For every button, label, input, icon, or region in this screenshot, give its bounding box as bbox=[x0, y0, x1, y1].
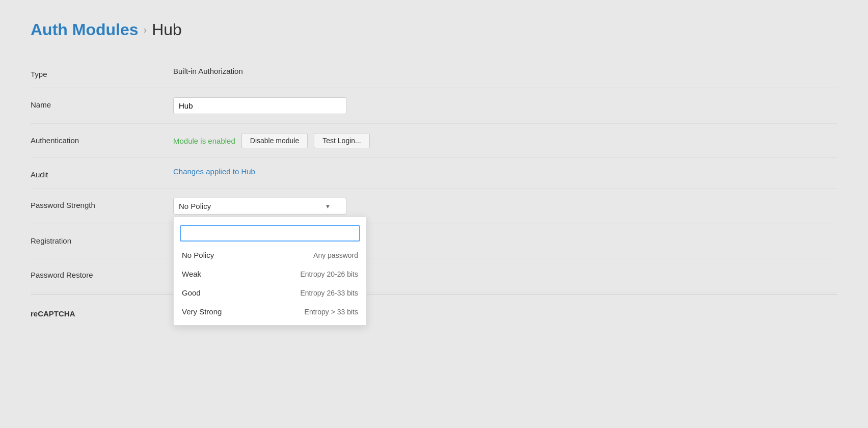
module-status: Module is enabled bbox=[173, 137, 235, 145]
disable-module-button[interactable]: Disable module bbox=[241, 133, 308, 148]
option-no-policy-label: No Policy bbox=[182, 251, 214, 259]
option-no-policy-desc: Any password bbox=[313, 251, 358, 259]
name-row: Name bbox=[31, 88, 837, 124]
name-value bbox=[173, 97, 837, 114]
type-static-value: Built-in Authorization bbox=[173, 67, 243, 75]
authentication-label: Authentication bbox=[31, 133, 173, 145]
type-label: Type bbox=[31, 67, 173, 78]
registration-label: Registration bbox=[31, 233, 173, 245]
option-weak-desc: Entropy 20-26 bits bbox=[300, 270, 358, 278]
option-weak[interactable]: Weak Entropy 20-26 bits bbox=[174, 264, 366, 283]
type-value: Built-in Authorization bbox=[173, 67, 837, 75]
authentication-value: Module is enabled Disable module Test Lo… bbox=[173, 133, 837, 148]
password-strength-menu: No Policy Any password Weak Entropy 20-2… bbox=[173, 217, 367, 326]
section-separator bbox=[31, 295, 837, 295]
password-restore-row: Password Restore bbox=[31, 258, 837, 292]
password-strength-label: Password Strength bbox=[31, 198, 173, 209]
type-row: Type Built-in Authorization bbox=[31, 58, 837, 88]
breadcrumb-hub: Hub bbox=[152, 20, 182, 39]
recaptcha-row: reCAPTCHA …PTCHA bbox=[31, 297, 837, 331]
option-good-label: Good bbox=[182, 288, 201, 297]
password-strength-trigger[interactable]: No Policy ▼ bbox=[173, 198, 346, 215]
name-input[interactable] bbox=[173, 97, 346, 114]
chevron-down-icon: ▼ bbox=[325, 203, 331, 209]
option-very-strong-desc: Entropy > 33 bits bbox=[305, 308, 358, 316]
password-strength-value: No Policy ▼ No Policy Any password Weak … bbox=[173, 198, 837, 215]
audit-row: Audit Changes applied to Hub bbox=[31, 158, 837, 189]
breadcrumb-arrow: › bbox=[144, 24, 147, 36]
authentication-row: Authentication Module is enabled Disable… bbox=[31, 124, 837, 158]
audit-value: Changes applied to Hub bbox=[173, 167, 837, 176]
password-restore-label: Password Restore bbox=[31, 268, 173, 279]
option-no-policy[interactable]: No Policy Any password bbox=[174, 246, 366, 264]
audit-link[interactable]: Changes applied to Hub bbox=[173, 167, 255, 176]
password-strength-dropdown[interactable]: No Policy ▼ No Policy Any password Weak … bbox=[173, 198, 346, 215]
option-good[interactable]: Good Entropy 26-33 bits bbox=[174, 283, 366, 302]
option-good-desc: Entropy 26-33 bits bbox=[300, 289, 358, 297]
test-login-button[interactable]: Test Login... bbox=[314, 133, 370, 148]
recaptcha-label: reCAPTCHA bbox=[31, 306, 173, 318]
auth-modules-link[interactable]: Auth Modules bbox=[31, 20, 139, 39]
dropdown-search-input[interactable] bbox=[180, 225, 360, 242]
password-strength-row: Password Strength No Policy ▼ No Policy … bbox=[31, 189, 837, 224]
audit-label: Audit bbox=[31, 167, 173, 179]
name-label: Name bbox=[31, 97, 173, 109]
option-very-strong[interactable]: Very Strong Entropy > 33 bits bbox=[174, 302, 366, 321]
breadcrumb: Auth Modules › Hub bbox=[31, 20, 837, 39]
option-very-strong-label: Very Strong bbox=[182, 307, 222, 316]
registration-row: Registration …ation bbox=[31, 224, 837, 258]
password-strength-selected: No Policy bbox=[179, 202, 211, 210]
option-weak-label: Weak bbox=[182, 270, 201, 278]
